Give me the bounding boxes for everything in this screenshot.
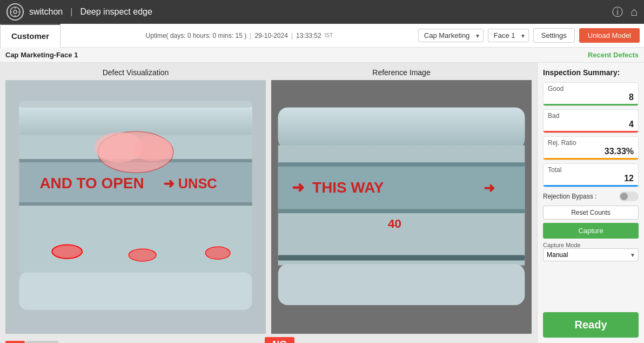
reference-section: Reference Image xyxy=(271,68,532,334)
customer-tab[interactable]: Customer xyxy=(0,24,61,48)
svg-point-1 xyxy=(14,10,17,14)
model-dropdown-wrapper[interactable]: Cap Marketing ▼ xyxy=(418,29,484,42)
right-panel: Inspection Summary: Good 8 Bad 4 Rej. Ra… xyxy=(537,63,644,343)
header: switchon | Deep inspect edge ⓘ ⌂ xyxy=(0,0,644,24)
ready-button[interactable]: Ready xyxy=(543,312,639,338)
face-dropdown[interactable]: Face 1 xyxy=(488,29,529,42)
svg-text:➜  UNSC: ➜ UNSC xyxy=(163,176,217,191)
timing-info: 115.01 ms xyxy=(501,340,532,343)
svg-rect-14 xyxy=(19,272,252,310)
svg-point-21 xyxy=(129,249,156,261)
ng-badge: NG xyxy=(265,337,294,343)
header-left: switchon | Deep inspect edge xyxy=(6,3,152,21)
svg-point-22 xyxy=(205,247,230,259)
time-text: 13:33:52 xyxy=(296,32,321,39)
face-dropdown-wrapper[interactable]: Face 1 ▼ xyxy=(488,29,529,42)
rejection-bypass-toggle[interactable] xyxy=(619,192,639,201)
bottom-info: Bad NG 115.01 ms xyxy=(5,334,532,343)
ratio-value: 33.33% xyxy=(548,147,634,159)
svg-text:➜: ➜ xyxy=(292,179,304,196)
unload-model-button[interactable]: Unload Model xyxy=(579,28,640,43)
recent-defects-link[interactable]: Recent Defects xyxy=(588,51,639,59)
brand-name: switchon xyxy=(29,7,63,17)
defect-section: Defect Visualization xyxy=(5,68,266,334)
reference-image-container: ➜ THIS WAY ➜ 40 xyxy=(271,80,532,334)
top-bar: Customer Uptime( days: 0 hours: 0 mins: … xyxy=(0,24,644,48)
top-bar-center: Uptime( days: 0 hours: 0 mins: 15 ) | 29… xyxy=(61,32,418,39)
svg-point-19 xyxy=(133,136,172,161)
rejection-bypass-row: Rejection Bypass : xyxy=(543,190,639,202)
top-bar-right: Cap Marketing ▼ Face 1 ▼ Settings Unload… xyxy=(418,28,644,43)
total-value: 12 xyxy=(548,174,634,186)
settings-button[interactable]: Settings xyxy=(533,28,575,43)
reference-title: Reference Image xyxy=(372,68,430,77)
ratio-label: Rej. Ratio xyxy=(548,139,634,147)
toggle-knob xyxy=(620,193,628,200)
capture-mode-label: Capture Mode xyxy=(543,242,639,248)
left-panel: Defect Visualization xyxy=(0,63,537,343)
good-value: 8 xyxy=(548,93,634,104)
defect-title: Defect Visualization xyxy=(103,68,169,77)
svg-text:THIS WAY: THIS WAY xyxy=(312,179,384,196)
app-title: Deep inspect edge xyxy=(80,7,152,17)
header-divider: | xyxy=(70,7,72,17)
capture-mode-dropdown-wrapper[interactable]: Manual Auto ▼ xyxy=(543,248,639,261)
sub-header-title: Cap Marketing-Face 1 xyxy=(5,51,78,59)
time-suffix: IST xyxy=(325,32,333,38)
reference-image-svg: ➜ THIS WAY ➜ 40 xyxy=(271,80,532,334)
svg-text:AND TO OPEN: AND TO OPEN xyxy=(39,175,144,192)
good-label: Good xyxy=(548,85,634,93)
svg-rect-35 xyxy=(278,255,525,260)
info-icon[interactable]: ⓘ xyxy=(612,5,623,19)
capture-mode-select[interactable]: Manual Auto xyxy=(543,248,639,261)
sub-header: Cap Marketing-Face 1 Recent Defects xyxy=(0,48,644,63)
total-summary-card: Total 12 xyxy=(543,163,639,187)
bad-label: Bad xyxy=(548,112,634,120)
model-dropdown[interactable]: Cap Marketing xyxy=(418,29,484,42)
total-label: Total xyxy=(548,166,634,174)
bad-status-label: Bad xyxy=(5,341,25,343)
capture-mode-section: Capture Mode Manual Auto ▼ xyxy=(543,242,639,261)
svg-point-20 xyxy=(52,245,82,258)
header-right: ⓘ ⌂ xyxy=(612,5,638,19)
capture-button[interactable]: Capture xyxy=(543,223,639,239)
svg-rect-29 xyxy=(278,209,525,213)
inspection-summary-title: Inspection Summary: xyxy=(543,68,639,77)
svg-rect-28 xyxy=(278,162,525,167)
good-summary-card: Good 8 xyxy=(543,82,639,106)
svg-rect-13 xyxy=(19,202,252,206)
main-content: Defect Visualization xyxy=(0,63,644,343)
sep2: | xyxy=(291,32,293,39)
defect-image-svg: AND TO OPEN ➜ UNSC xyxy=(5,80,266,334)
bad-value: 4 xyxy=(548,120,634,131)
uptime-text: Uptime( days: 0 hours: 0 mins: 15 ) xyxy=(146,32,247,39)
svg-rect-25 xyxy=(278,108,525,149)
svg-text:➜: ➜ xyxy=(484,180,495,195)
images-row: Defect Visualization xyxy=(5,68,532,334)
svg-rect-9 xyxy=(19,101,252,108)
date-text: 29-10-2024 xyxy=(254,32,287,39)
home-icon[interactable]: ⌂ xyxy=(630,5,638,19)
svg-rect-30 xyxy=(278,264,525,305)
rejection-bypass-label: Rejection Bypass : xyxy=(543,193,596,200)
bad-summary-card: Bad 4 xyxy=(543,109,639,133)
logo-icon xyxy=(6,3,24,21)
svg-text:40: 40 xyxy=(388,216,401,230)
sep1: | xyxy=(250,32,251,39)
defect-image-container: AND TO OPEN ➜ UNSC xyxy=(5,80,266,334)
reset-counts-button[interactable]: Reset Counts xyxy=(543,206,639,220)
ratio-summary-card: Rej. Ratio 33.33% xyxy=(543,136,639,160)
